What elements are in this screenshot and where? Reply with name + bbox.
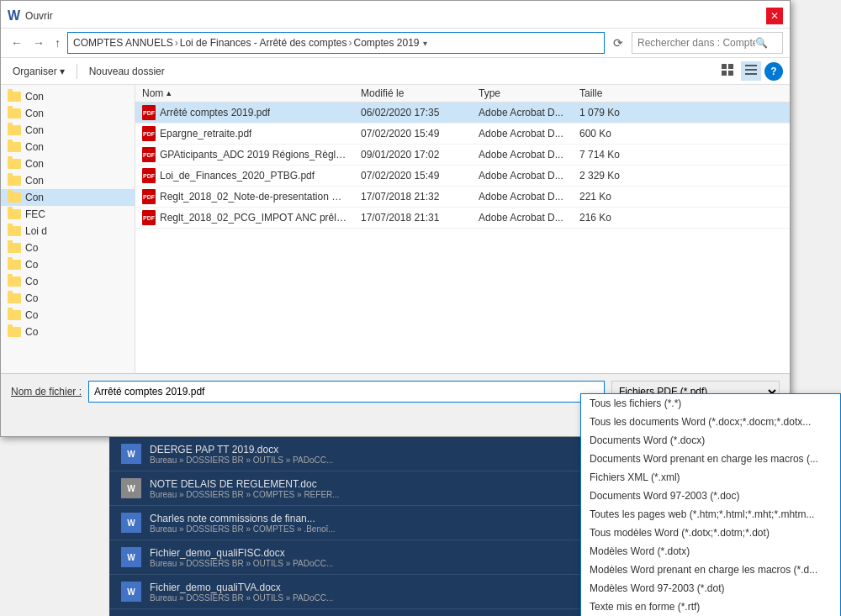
col-modified-header[interactable]: Modifié le [354,87,472,99]
breadcrumb-item: COMPTES ANNUELS [73,37,173,49]
file-modified: 17/07/2018 21:31 [354,212,472,224]
breadcrumb[interactable]: COMPTES ANNUELS › Loi de Finances - Arrê… [67,32,605,54]
dropdown-option-5[interactable]: Documents Word 97-2003 (*.doc) [581,487,840,505]
file-size: 7 714 Ko [573,149,648,161]
folder-icon [8,243,21,253]
file-list: Nom ▲ Modifié le Type Taille PDF Arrêté … [135,85,790,373]
folder-icon [8,125,21,135]
pdf-icon: PDF [142,126,156,141]
svg-rect-6 [745,73,757,75]
filename-input[interactable] [88,381,605,403]
word-icon: W [119,476,143,500]
svg-rect-0 [722,64,727,69]
dropdown-option-3[interactable]: Documents Word prenant en charge les mac… [581,450,840,468]
table-row[interactable]: PDF Reglt_2018_02_Note-de-presentation C… [135,187,790,208]
sidebar-item-9[interactable]: Co [1,240,135,256]
filetype-dropdown: Tous les fichiers (*.*) Tous les documen… [580,393,841,616]
sidebar-item-11[interactable]: Co [1,273,135,290]
dropdown-option-6[interactable]: Toutes les pages web (*.htm;*.html;*.mht… [581,505,840,524]
view-list-button[interactable] [741,61,761,81]
up-button[interactable]: ↑ [51,34,64,51]
close-button[interactable]: ✕ [766,8,783,24]
sidebar-item-13[interactable]: Co [1,307,135,324]
sidebar-item-5[interactable]: Con [1,172,135,189]
view-grid-button[interactable] [717,61,738,81]
toolbar-right: ? [717,61,783,81]
word-icon: W [119,442,143,466]
search-icon: 🔍 [755,37,768,49]
dropdown-option-9[interactable]: Modèles Word prenant en charge les macro… [581,561,840,579]
file-name: Reglt_2018_02_PCG_IMPOT ANC prêlt à l... [160,212,347,224]
sidebar-item-10[interactable]: Co [1,256,135,273]
organiser-button[interactable]: Organiser ▾ [8,64,70,79]
file-modified: 06/02/2020 17:35 [354,107,472,118]
sidebar-item-4[interactable]: Con [1,155,135,172]
table-row[interactable]: PDF Epargne_retraite.pdf 07/02/2020 15:4… [135,124,790,145]
file-modified: 09/01/2020 17:02 [354,149,472,161]
dropdown-option-8[interactable]: Modèles Word (*.dotx) [581,542,840,561]
refresh-button[interactable]: ⟳ [608,34,628,51]
file-name: GPAticipants_ADC 2019 Régions_Règles f..… [160,149,347,161]
dropdown-option-11[interactable]: Texte mis en forme (*.rtf) [581,598,840,616]
file-type: Adobe Acrobat D... [472,191,573,203]
breadcrumb-sep: › [348,37,352,49]
pdf-icon: PDF [142,147,156,162]
dialog-title: Ouvrir [25,10,53,22]
dropdown-option-10[interactable]: Modèles Word 97-2003 (*.dot) [581,579,840,598]
pdf-icon: PDF [142,189,156,204]
folder-icon [8,310,21,320]
col-name-header[interactable]: Nom ▲ [135,87,354,99]
file-size: 216 Ko [573,212,648,224]
dropdown-option-0[interactable]: Tous les fichiers (*.*) [581,394,840,413]
svg-rect-1 [728,64,733,69]
search-input[interactable] [637,37,755,49]
file-name: Epargne_retraite.pdf [160,128,251,140]
folder-icon [8,159,21,169]
dropdown-option-1[interactable]: Tous les documents Word (*.docx;*.docm;*… [581,413,840,431]
col-size-header[interactable]: Taille [573,87,648,99]
breadcrumb-dropdown[interactable]: ▾ [420,37,431,50]
breadcrumb-item: Loi de Finances - Arrêté des comptes [180,37,347,49]
file-size: 2 329 Ko [573,170,648,182]
navbar: ← → ↑ COMPTES ANNUELS › Loi de Finances … [1,29,790,58]
folder-icon [8,192,21,203]
help-button[interactable]: ? [764,62,783,81]
svg-rect-4 [745,65,757,66]
breadcrumb-item: Comptes 2019 [353,37,419,49]
svg-rect-5 [745,69,757,71]
new-folder-button[interactable]: Nouveau dossier [84,64,170,79]
file-size: 221 Ko [573,191,648,203]
sidebar-item-7[interactable]: FEC [1,206,135,223]
sidebar-item-8[interactable]: Loi d [1,223,135,240]
dropdown-option-4[interactable]: Fichiers XML (*.xml) [581,468,840,487]
sidebar-item-2[interactable]: Con [1,122,135,139]
sidebar-item-6[interactable]: Con [1,189,135,206]
file-modified: 17/07/2018 21:32 [354,191,472,203]
table-row[interactable]: PDF Loi_de_Finances_2020_PTBG.pdf 07/02/… [135,166,790,187]
folder-icon [8,142,21,152]
folder-icon [8,293,21,303]
open-dialog: W Ouvrir ✕ ← → ↑ COMPTES ANNUELS › Loi d… [0,0,791,437]
forward-button[interactable]: → [29,34,48,51]
sidebar-item-1[interactable]: Con [1,105,135,122]
dropdown-option-2[interactable]: Documents Word (*.docx) [581,431,840,450]
file-type: Adobe Acrobat D... [472,212,573,224]
table-row[interactable]: PDF GPAticipants_ADC 2019 Régions_Règles… [135,145,790,166]
toolbar: Organiser ▾ Nouveau dossier ? [1,58,790,85]
folder-icon [8,260,21,270]
sidebar-item-14[interactable]: Co [1,324,135,340]
sidebar-item-12[interactable]: Co [1,290,135,307]
folder-icon [8,92,21,102]
folder-icon [8,176,21,186]
sidebar-item-0[interactable]: Con [1,88,135,105]
col-type-header[interactable]: Type [472,87,573,99]
dropdown-option-7[interactable]: Tous modèles Word (*.dotx;*.dotm;*.dot) [581,524,840,542]
back-button[interactable]: ← [8,34,26,51]
content-area: Con Con Con Con Con Con [1,85,790,373]
file-name: Arrêté comptes 2019.pdf [160,107,270,118]
file-type: Adobe Acrobat D... [472,107,573,118]
file-size: 1 079 Ko [573,107,648,118]
table-row[interactable]: PDF Reglt_2018_02_PCG_IMPOT ANC prêlt à … [135,208,790,229]
sidebar-item-3[interactable]: Con [1,139,135,155]
table-row[interactable]: PDF Arrêté comptes 2019.pdf 06/02/2020 1… [135,103,790,124]
